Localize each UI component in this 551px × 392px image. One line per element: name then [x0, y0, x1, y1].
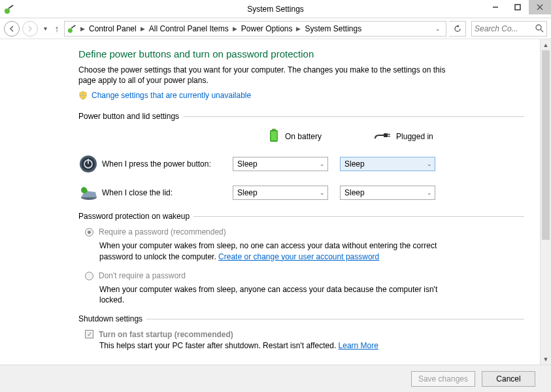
content-area: Define power buttons and turn on passwor… [0, 39, 540, 365]
checkbox-fast-startup-label: Turn on fast startup (recommended) [99, 330, 233, 339]
vertical-scrollbar[interactable]: ▲ ▼ [540, 39, 551, 365]
app-icon [4, 4, 14, 14]
breadcrumb-dropdown[interactable]: ⌄ [431, 25, 444, 32]
radio-require-password-label: Require a password (recommended) [99, 227, 226, 237]
power-button-icon [78, 154, 98, 174]
section-password: Password protection on wakeup [78, 212, 524, 221]
crumb-control-panel[interactable]: Control Panel [86, 24, 139, 33]
shield-icon [78, 91, 88, 100]
create-change-password-link[interactable]: Create or change your user account passw… [218, 252, 379, 261]
footer-bar: Save changes Cancel [0, 365, 551, 392]
search-input[interactable] [475, 24, 527, 33]
svg-rect-10 [271, 131, 277, 140]
lid-icon [78, 183, 98, 203]
search-box[interactable] [471, 21, 547, 37]
refresh-button[interactable] [449, 21, 466, 37]
row-close-lid: When I close the lid: Sleep⌄ Sleep⌄ [78, 183, 524, 203]
scroll-down-arrow[interactable]: ▼ [541, 353, 551, 365]
radio-dont-require-password [85, 272, 93, 280]
section-shutdown: Shutdown settings [78, 314, 524, 323]
section-power-lid: Power button and lid settings [78, 112, 524, 121]
maximize-button[interactable] [507, 0, 529, 14]
close-button[interactable] [529, 0, 551, 14]
breadcrumb[interactable]: ▶ Control Panel ▶ All Control Panel Item… [64, 21, 446, 37]
close-lid-plugged-select[interactable]: Sleep⌄ [340, 186, 435, 200]
search-icon [535, 24, 544, 35]
up-button[interactable]: ↑ [52, 24, 61, 34]
dont-require-password-desc: When your computer wakes from sleep, any… [99, 284, 452, 305]
chevron-down-icon: ⌄ [427, 161, 432, 167]
chevron-down-icon: ⌄ [320, 161, 325, 167]
crumb-all-items[interactable]: All Control Panel Items [146, 24, 231, 33]
column-plugged-in: Plugged in [374, 130, 433, 142]
svg-point-0 [5, 8, 10, 14]
column-on-battery: On battery [268, 127, 322, 145]
page-intro: Choose the power settings that you want … [78, 65, 458, 86]
radio-require-password [85, 228, 93, 237]
scroll-up-arrow[interactable]: ▲ [541, 39, 551, 50]
checkbox-fast-startup: ✓ [85, 330, 93, 338]
svg-point-5 [68, 28, 73, 33]
learn-more-link[interactable]: Learn More [339, 341, 378, 350]
svg-rect-2 [515, 5, 520, 10]
recent-locations-dropdown[interactable]: ▾ [41, 25, 50, 32]
radio-dont-require-password-label: Don't require a password [99, 271, 186, 280]
crumb-power-options[interactable]: Power Options [239, 24, 295, 33]
page-title: Define power buttons and turn on passwor… [78, 48, 524, 59]
change-settings-label: Change settings that are currently unava… [92, 91, 251, 100]
power-button-battery-select[interactable]: Sleep⌄ [233, 157, 328, 171]
svg-point-6 [536, 25, 541, 30]
scroll-thumb[interactable] [542, 50, 550, 240]
close-lid-battery-select[interactable]: Sleep⌄ [233, 186, 328, 200]
window-title: System Settings [0, 5, 551, 14]
save-changes-button: Save changes [411, 371, 475, 387]
cancel-button[interactable]: Cancel [482, 371, 535, 387]
fast-startup-desc: This helps start your PC faster after sh… [99, 340, 524, 351]
battery-icon [268, 127, 280, 145]
row-power-button: When I press the power button: Sleep⌄ Sl… [78, 154, 524, 174]
titlebar: System Settings [0, 0, 551, 18]
back-button[interactable] [4, 21, 20, 37]
crumb-system-settings[interactable]: System Settings [302, 24, 364, 33]
svg-rect-11 [384, 133, 388, 137]
svg-line-7 [541, 29, 543, 32]
breadcrumb-icon [66, 23, 78, 35]
forward-button [22, 21, 38, 37]
chevron-down-icon: ⌄ [427, 189, 432, 196]
require-password-desc: When your computer wakes from sleep, no … [99, 240, 452, 261]
plug-icon [374, 130, 391, 142]
change-settings-link[interactable]: Change settings that are currently unava… [78, 91, 524, 100]
navbar: ▾ ↑ ▶ Control Panel ▶ All Control Panel … [0, 18, 551, 39]
chevron-down-icon: ⌄ [320, 189, 325, 196]
minimize-button[interactable] [484, 0, 507, 14]
power-button-plugged-select[interactable]: Sleep⌄ [340, 157, 435, 171]
